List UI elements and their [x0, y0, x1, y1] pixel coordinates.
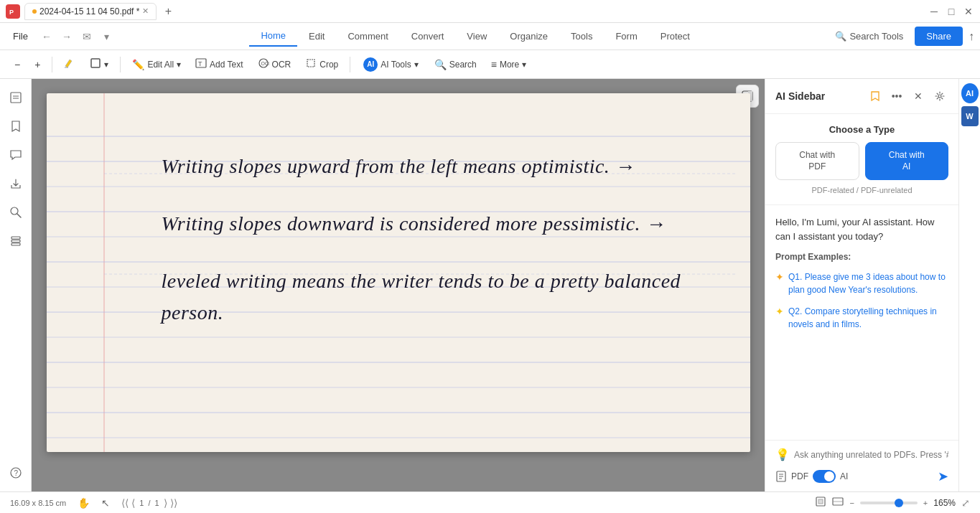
search-label: Search [449, 60, 477, 70]
tab-tools[interactable]: Tools [559, 27, 604, 46]
first-page-button[interactable]: ⟨⟨ [121, 497, 129, 509]
pdf-content: Writing slopes upward from the left mean… [90, 122, 707, 369]
search-tools-button[interactable]: 🔍 Search Tools [829, 28, 909, 44]
sidebar-close-button[interactable]: ✕ [910, 88, 927, 105]
shapes-icon [90, 57, 101, 71]
cursor-tool-icon[interactable]: ↖ [101, 497, 110, 509]
add-text-button[interactable]: T Add Text [190, 54, 248, 75]
type-note: PDF-related / PDF-unrelated [775, 186, 948, 194]
zoom-out-status[interactable]: − [849, 499, 854, 507]
ai-edge-icon: AI [961, 83, 979, 103]
help-button[interactable]: ? [4, 461, 27, 484]
ai-toggle-group: AI [840, 471, 848, 481]
ai-tools-icon: AI [363, 57, 378, 72]
chat-with-pdf-button[interactable]: Chat with PDF [775, 142, 859, 180]
svg-rect-9 [11, 93, 21, 103]
next-page-button[interactable]: ⟩ [164, 497, 167, 509]
svg-rect-3 [91, 59, 100, 67]
ocr-label: OCR [272, 60, 291, 70]
tab-edit[interactable]: Edit [297, 27, 336, 46]
fit-width-button[interactable] [832, 496, 844, 509]
pdf-ai-toggle[interactable] [813, 470, 836, 483]
prompt-star-2: ✦ [775, 306, 784, 317]
statusbar-right: − + 165% ⤢ [815, 496, 970, 509]
minimize-button[interactable]: ─ [928, 6, 940, 17]
svg-rect-15 [11, 240, 20, 243]
edit-all-button[interactable]: ✏️ Edit All ▾ [126, 55, 187, 74]
divider-1 [52, 57, 52, 72]
window-controls: ─ □ ✕ [928, 6, 974, 17]
svg-rect-8 [307, 60, 314, 67]
highlight-icon [64, 57, 75, 71]
bookmarks-panel-button[interactable] [4, 115, 27, 138]
close-button[interactable]: ✕ [963, 6, 974, 17]
zoom-out-button[interactable]: − [9, 55, 26, 74]
pdf-page: Writing slopes upward from the left mean… [47, 93, 750, 452]
divider-2 [120, 57, 121, 72]
upload-button[interactable]: ↑ [969, 30, 974, 43]
prompt-item-1[interactable]: ✦ Q1. Please give me 3 ideas about how t… [775, 270, 948, 296]
search-panel-button[interactable] [4, 201, 27, 224]
crop-button[interactable]: Crop [299, 54, 344, 75]
file-menu[interactable]: File [6, 28, 35, 44]
ai-tools-button[interactable]: AI AI Tools ▾ [356, 54, 425, 75]
send-message-button[interactable]: ➤ [938, 469, 948, 484]
pdf-line-3: leveled writing means the writer tends t… [162, 265, 693, 330]
last-page-button[interactable]: ⟩⟩ [170, 497, 177, 509]
menubar-right: 🔍 Search Tools Share ↑ [829, 27, 974, 46]
ocr-button[interactable]: OCR OCR [252, 54, 297, 75]
type-buttons: Chat with PDF Chat with AI [775, 142, 948, 180]
attachments-panel-button[interactable] [4, 172, 27, 195]
new-tab-button[interactable]: + [161, 4, 175, 19]
zoom-in-status[interactable]: + [923, 499, 928, 507]
prompt-item-2[interactable]: ✦ Q2. Compare storytelling techniques in… [775, 305, 948, 331]
crop-label: Crop [319, 60, 338, 70]
layers-panel-button[interactable] [4, 230, 27, 253]
highlight-button[interactable] [58, 54, 81, 75]
ai-edge-button[interactable]: AI [961, 85, 979, 102]
sidebar-more-button[interactable]: ••• [888, 88, 905, 105]
add-text-label: Add Text [210, 60, 243, 70]
sidebar-settings-button[interactable] [931, 88, 948, 105]
edit-all-dropdown: ▾ [177, 60, 181, 70]
chat-with-ai-button[interactable]: Chat with AI [865, 142, 949, 180]
tab-home[interactable]: Home [249, 26, 297, 47]
tab-convert[interactable]: Convert [400, 27, 456, 46]
tab-form[interactable]: Form [604, 27, 648, 46]
nav-back-button[interactable]: ← [38, 28, 55, 45]
tab-organize[interactable]: Organize [498, 27, 559, 46]
tab-protect[interactable]: Protect [649, 27, 701, 46]
svg-text:OCR: OCR [261, 61, 269, 66]
tab-view[interactable]: View [455, 27, 498, 46]
share-button[interactable]: Share [915, 27, 963, 46]
zoom-slider[interactable] [860, 502, 918, 504]
comments-panel-button[interactable] [4, 143, 27, 166]
tab-close-icon[interactable]: ✕ [142, 6, 149, 16]
prev-page-button[interactable]: ⟨ [131, 497, 135, 509]
more-button[interactable]: ≡ More ▾ [485, 55, 533, 74]
search-button[interactable]: 🔍 Search [429, 55, 482, 74]
ai-chat-input[interactable] [794, 450, 948, 460]
nav-forward-button[interactable]: → [58, 28, 75, 45]
ai-toggle-label: AI [840, 471, 848, 481]
search-tool-icon: 🔍 [434, 59, 447, 70]
sidebar-bookmark-button[interactable] [867, 88, 884, 105]
word-edge-button[interactable]: W [961, 108, 979, 125]
edit-icon: ✏️ [132, 59, 144, 70]
nav-email-button[interactable]: ✉ [78, 28, 95, 45]
pages-panel-button[interactable] [4, 86, 27, 109]
maximize-button[interactable]: □ [946, 6, 957, 17]
chat-pdf-label1: Chat with [782, 150, 853, 161]
shapes-button[interactable]: ▾ [84, 54, 114, 75]
svg-line-13 [17, 214, 21, 217]
svg-rect-14 [11, 237, 20, 239]
nav-dropdown-button[interactable]: ▾ [98, 28, 116, 45]
tab-comment[interactable]: Comment [336, 27, 399, 46]
fullscreen-button[interactable]: ⤢ [961, 497, 970, 509]
zoom-in-button[interactable]: + [29, 55, 46, 74]
fit-page-button[interactable] [815, 496, 826, 509]
hand-tool-icon[interactable]: ✋ [78, 497, 90, 509]
pdf-line-2: Writing slopes downward is considered mo… [162, 208, 693, 240]
ai-sidebar-title: AI Sidebar [775, 90, 825, 102]
document-tab[interactable]: 2024-04-15 11 04 50.pdf * ✕ [24, 3, 157, 20]
